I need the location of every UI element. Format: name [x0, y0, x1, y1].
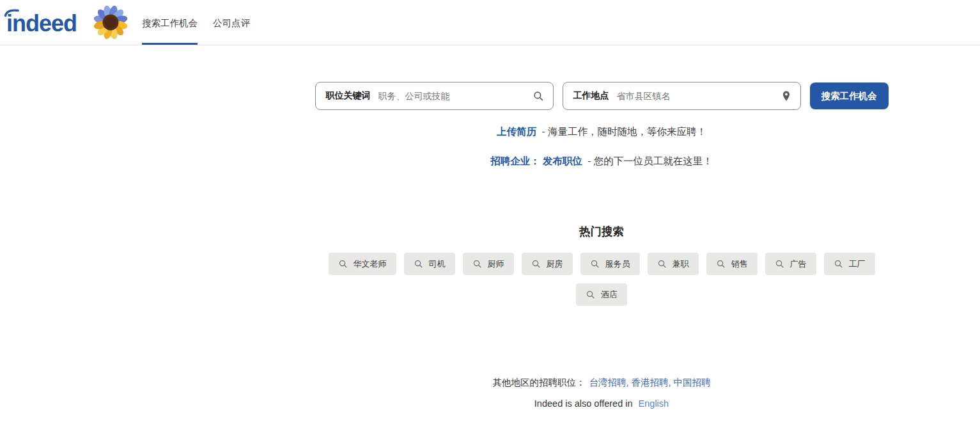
hot-search-chip[interactable]: 销售	[706, 253, 758, 275]
upload-resume-text: - 海量工作，随时随地，等你来应聘！	[541, 126, 706, 137]
hot-search-chip[interactable]: 酒店	[576, 283, 627, 306]
sunflower-icon	[93, 5, 128, 40]
keyword-input[interactable]	[371, 91, 533, 101]
other-regions-line: 其他地区的招聘职位： 台湾招聘 香港招聘 中国招聘	[492, 377, 710, 389]
search-icon	[657, 259, 667, 269]
employer-prefix: 招聘企业：	[490, 155, 540, 166]
main-nav: 搜索工作机会 公司点评	[142, 0, 250, 45]
hot-search-chip-label: 销售	[731, 258, 748, 270]
search-icon	[775, 259, 784, 269]
indeed-logo[interactable]: indeed	[6, 10, 77, 35]
region-link[interactable]: 中国招聘	[674, 377, 711, 389]
hot-search-chip-label: 酒店	[601, 289, 618, 301]
hot-search-chip[interactable]: 广告	[765, 253, 816, 275]
search-bar: 职位关键词 工作地点 搜索工作机会	[315, 82, 889, 110]
hot-search-chip[interactable]: 厨房	[522, 253, 573, 275]
logo-swoosh-icon	[4, 8, 20, 17]
upload-resume-link[interactable]: 上传简历	[497, 126, 536, 137]
tab-company-reviews-label: 公司点评	[213, 17, 250, 29]
other-regions-label: 其他地区的招聘职位：	[492, 377, 585, 389]
hot-search-chip-label: 厨师	[488, 258, 504, 270]
search-icon	[590, 259, 600, 269]
hot-search-row-1: 华文老师 司机 厨师	[329, 253, 875, 275]
hot-search-chip-label: 广告	[790, 258, 807, 270]
hot-search-chip-label: 司机	[429, 258, 446, 270]
search-icon	[338, 259, 348, 269]
main-content: 职位关键词 工作地点 搜索工作机会 上传简历 - 海量工作，随时随地，等你来应聘…	[223, 45, 980, 409]
english-link[interactable]: English	[639, 398, 669, 409]
hot-search-chip-label: 工厂	[849, 258, 866, 270]
location-pin-icon	[781, 90, 791, 102]
search-icon	[586, 290, 595, 299]
search-submit-button[interactable]: 搜索工作机会	[810, 82, 889, 109]
hot-search-chip[interactable]: 兼职	[648, 253, 699, 275]
post-job-link[interactable]: 发布职位	[543, 155, 582, 166]
hot-search-chip-label: 厨房	[547, 258, 563, 270]
employer-line: 招聘企业： 发布职位 - 您的下一位员工就在这里！	[490, 155, 713, 168]
post-job-text: - 您的下一位员工就在这里！	[587, 155, 712, 166]
keyword-field: 职位关键词	[315, 82, 554, 110]
region-link[interactable]: 台湾招聘	[589, 377, 631, 389]
region-link[interactable]: 香港招聘	[632, 377, 674, 389]
location-field: 工作地点	[563, 82, 801, 110]
tab-company-reviews[interactable]: 公司点评	[213, 0, 250, 45]
hot-search-chip[interactable]: 服务员	[580, 253, 640, 275]
hot-search-chip[interactable]: 司机	[404, 253, 455, 275]
offered-in-line: Indeed is also offered in English	[534, 398, 669, 409]
hot-search-chip[interactable]: 厨师	[463, 253, 514, 275]
tab-search-jobs[interactable]: 搜索工作机会	[142, 0, 198, 45]
hot-search-title: 热门搜索	[579, 224, 624, 239]
search-icon	[472, 259, 482, 269]
search-icon	[414, 259, 423, 269]
hot-search-chip-label: 服务员	[605, 258, 630, 270]
hot-search-chip-label: 兼职	[673, 258, 689, 270]
region-links: 台湾招聘 香港招聘 中国招聘	[589, 377, 710, 389]
hot-search-chip-label: 华文老师	[354, 258, 387, 270]
search-icon	[834, 259, 843, 269]
location-field-label: 工作地点	[573, 90, 609, 102]
tab-search-jobs-label: 搜索工作机会	[142, 17, 198, 29]
search-icon	[716, 259, 726, 269]
hot-search-chip[interactable]: 工厂	[824, 253, 875, 275]
location-input[interactable]	[609, 91, 781, 101]
keyword-field-label: 职位关键词	[326, 90, 371, 102]
header: indeed	[0, 0, 980, 45]
hot-search-chip[interactable]: 华文老师	[329, 253, 396, 275]
hot-search-row-2: 酒店	[576, 283, 627, 306]
upload-resume-line: 上传简历 - 海量工作，随时随地，等你来应聘！	[497, 125, 706, 139]
search-icon	[531, 259, 541, 269]
offered-in-text: Indeed is also offered in	[534, 398, 633, 409]
search-icon	[533, 90, 544, 102]
